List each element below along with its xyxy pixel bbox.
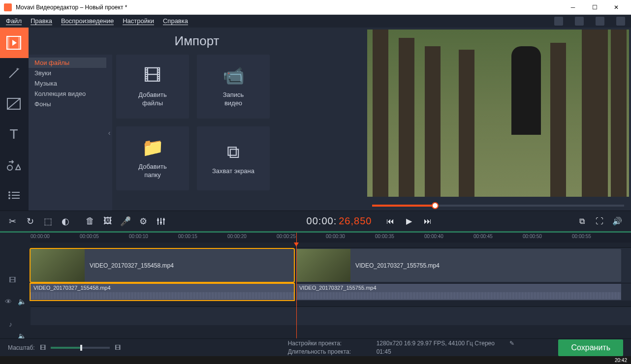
audio-clip-2[interactable]: VIDEO_20170327_155755.mp4 (296, 284, 621, 300)
ruler-tick: 00:00:35 (375, 234, 394, 239)
odnoklassniki-icon[interactable] (575, 17, 584, 26)
wand-icon (7, 67, 20, 80)
menu-file[interactable]: Файл (6, 17, 22, 25)
popout-button[interactable]: ⧉ (575, 214, 589, 228)
cat-music[interactable]: Музыка (29, 78, 106, 89)
tile-screen-capture[interactable]: ⧉ Захват экрана (197, 126, 270, 190)
waveform (296, 292, 621, 299)
eye-icon[interactable]: 👁 (5, 298, 12, 305)
music-track[interactable] (31, 306, 631, 325)
ruler-tick: 00:00:40 (424, 234, 443, 239)
menu-edit[interactable]: Правка (31, 17, 52, 25)
close-button[interactable]: ✕ (605, 0, 627, 15)
menu-help[interactable]: Справка (163, 17, 188, 25)
import-tiles: 🎞 Добавить файлы 📹 Запись видео 📁 Добави… (106, 55, 365, 211)
media-files-icon: 🎞 (144, 65, 161, 86)
speaker-icon[interactable]: 🔈 (18, 298, 26, 305)
color-button[interactable]: ◐ (57, 213, 74, 229)
edit-settings-icon[interactable]: ✎ (509, 340, 514, 347)
import-panel: Импорт Мои файлы Звуки Музыка Коллекция … (29, 28, 365, 211)
transition-icon (7, 98, 21, 110)
os-taskbar[interactable]: 20:42 (0, 356, 631, 364)
audio-clip-1[interactable]: VIDEO_20170327_155458.mp4 (31, 284, 294, 300)
equalizer-button[interactable] (153, 213, 169, 229)
rotate-button[interactable]: ↻ (22, 213, 38, 229)
collapse-handle[interactable]: ‹ (106, 55, 112, 211)
svg-rect-1 (7, 36, 9, 49)
play-button[interactable]: ▶ (402, 214, 416, 228)
zoom-out-icon[interactable]: 🎞 (40, 344, 46, 351)
fullscreen-button[interactable]: ⛶ (593, 214, 606, 228)
tab-transitions[interactable] (0, 89, 29, 119)
tab-filters[interactable] (0, 58, 29, 89)
save-button[interactable]: Сохранить (558, 339, 623, 356)
volume-button[interactable]: 🔊 (610, 214, 624, 228)
project-settings-label: Настройки проекта: (288, 340, 367, 347)
tile-add-files[interactable]: 🎞 Добавить файлы (116, 55, 189, 119)
playhead[interactable] (296, 233, 297, 346)
zoom-control: Масштаб: 🎞 🎞 (8, 344, 121, 351)
shapes-icon (7, 159, 21, 171)
delete-button[interactable]: 🗑 (82, 213, 98, 229)
tab-import[interactable] (0, 28, 29, 58)
svg-point-9 (8, 191, 10, 193)
audio-track[interactable]: VIDEO_20170327_155458.mp4 VIDEO_20170327… (31, 283, 631, 301)
video-clip-2[interactable]: VIDEO_20170327_155755.mp4 (296, 249, 621, 282)
menu-settings[interactable]: Настройки (123, 17, 154, 25)
zoom-label: Масштаб: (8, 344, 35, 351)
image-button[interactable]: 🖼 (99, 213, 116, 229)
camera-record-icon: 📹 (222, 65, 245, 86)
cat-video-collection[interactable]: Коллекция видео (29, 89, 106, 99)
svg-marker-8 (16, 165, 21, 170)
video-track[interactable]: VIDEO_20170327_155458.mp4 VIDEO_20170327… (31, 247, 631, 283)
film-play-icon (6, 36, 21, 50)
tile-label: Запись видео (223, 91, 244, 108)
cat-backgrounds[interactable]: Фоны (29, 99, 106, 109)
svg-point-7 (7, 165, 12, 170)
progress-thumb[interactable] (432, 202, 439, 209)
preview-video[interactable] (367, 30, 629, 197)
tab-more[interactable] (0, 180, 29, 211)
mic-button[interactable]: 🎤 (117, 213, 134, 229)
zoom-in-icon[interactable]: 🎞 (115, 344, 121, 351)
ruler-tick: 00:00:20 (227, 234, 247, 239)
preview-progress[interactable] (365, 201, 631, 211)
clip-name: VIDEO_20170327_155755.mp4 (299, 285, 377, 291)
settings-button[interactable]: ⚙ (135, 213, 152, 229)
menu-playback[interactable]: Воспроизведение (61, 17, 114, 25)
cat-my-files[interactable]: Мои файлы (29, 58, 106, 68)
youtube-icon[interactable] (554, 17, 563, 26)
list-icon (8, 191, 20, 200)
camera-icon[interactable] (616, 17, 625, 26)
timeline: 00:00:00 00:00:05 00:00:10 00:00:15 00:0… (0, 231, 631, 346)
time-ruler[interactable]: 00:00:00 00:00:05 00:00:10 00:00:15 00:0… (31, 233, 631, 243)
duration-value: 01:45 (377, 348, 391, 355)
tab-shapes[interactable] (0, 150, 29, 180)
maximize-button[interactable]: ☐ (584, 0, 605, 15)
clip-name: VIDEO_20170327_155755.mp4 (350, 262, 440, 269)
minimize-button[interactable]: ─ (562, 0, 584, 15)
tile-label: Захват экрана (212, 167, 254, 176)
cat-sounds[interactable]: Звуки (29, 68, 106, 78)
timecode-display: 00:00:26,850 (301, 215, 378, 227)
music-track-icon: ♪ (9, 320, 12, 328)
tile-label: Добавить файлы (138, 91, 166, 108)
crop-button[interactable]: ⬚ (39, 213, 56, 229)
zoom-slider[interactable] (51, 347, 110, 349)
video-clip-1[interactable]: VIDEO_20170327_155458.mp4 (31, 249, 294, 282)
cut-button[interactable]: ✂ (4, 213, 21, 229)
tab-titles[interactable]: T (0, 119, 29, 150)
tile-add-folder[interactable]: 📁 Добавить папку (116, 126, 189, 190)
ruler-tick: 00:00:55 (572, 234, 591, 239)
svg-point-11 (8, 194, 10, 196)
ruler-tick: 00:00:50 (523, 234, 542, 239)
timecode-seconds: 26,850 (339, 215, 372, 227)
prev-button[interactable]: ⏮ (383, 214, 397, 228)
sliders-icon (157, 217, 165, 226)
tile-record-video[interactable]: 📹 Запись видео (197, 55, 270, 119)
next-button[interactable]: ⏭ (421, 214, 435, 228)
capture-frame-icon: ⧉ (227, 142, 240, 162)
preview-panel (365, 28, 631, 211)
vk-icon[interactable] (596, 17, 604, 26)
waveform (31, 292, 294, 299)
